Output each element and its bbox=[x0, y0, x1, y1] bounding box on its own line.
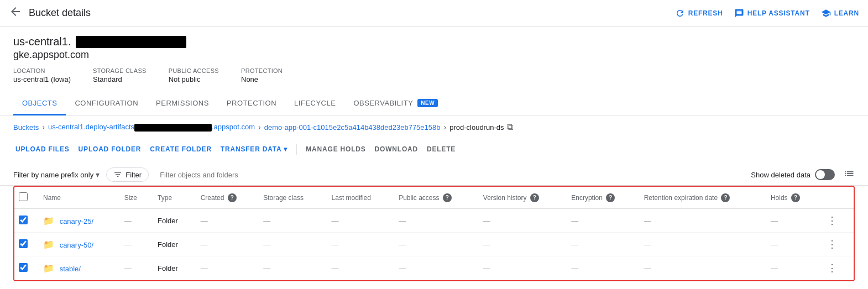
table-header-row: Name Size Type Created ? Storage class L… bbox=[14, 187, 854, 209]
row2-name-link[interactable]: canary-50/ bbox=[60, 241, 93, 249]
row1-last-modified: — bbox=[325, 209, 393, 233]
objects-table: Name Size Type Created ? Storage class L… bbox=[14, 187, 854, 280]
row3-created: — bbox=[194, 256, 257, 280]
tabs: OBJECTS CONFIGURATION PERMISSIONS PROTEC… bbox=[0, 92, 868, 115]
show-deleted-toggle[interactable] bbox=[815, 169, 835, 180]
col-holds: Holds ? bbox=[764, 187, 818, 209]
table-row: 📁 canary-25/ — Folder — — — — — — — — ⋮ bbox=[14, 209, 854, 233]
toggle-knob bbox=[816, 170, 825, 179]
download-button[interactable]: DOWNLOAD bbox=[373, 141, 420, 157]
breadcrumb-path2: prod-cloudrun-ds ⧉ bbox=[449, 122, 513, 132]
page-title: Bucket details bbox=[29, 7, 675, 19]
observability-new-badge: NEW bbox=[417, 99, 438, 107]
row1-menu-icon[interactable]: ⋮ bbox=[825, 213, 839, 228]
retention-info-icon[interactable]: ? bbox=[721, 193, 730, 202]
col-retention: Retention expiration date ? bbox=[637, 187, 764, 209]
row3-type: Folder bbox=[151, 256, 194, 280]
top-actions: REFRESH HELP ASSISTANT LEARN bbox=[675, 8, 859, 18]
version-history-info-icon[interactable]: ? bbox=[530, 193, 539, 202]
tab-configuration[interactable]: CONFIGURATION bbox=[66, 92, 147, 115]
create-folder-button[interactable]: CREATE FOLDER bbox=[148, 141, 214, 157]
refresh-button[interactable]: REFRESH bbox=[675, 8, 723, 18]
encryption-info-icon[interactable]: ? bbox=[606, 193, 615, 202]
meta-location: Location us-central1 (Iowa) bbox=[13, 67, 71, 83]
folder-icon: 📁 bbox=[43, 264, 54, 273]
row2-created: — bbox=[194, 233, 257, 256]
learn-button[interactable]: LEARN bbox=[821, 8, 859, 18]
row1-type: Folder bbox=[151, 209, 194, 233]
row3-size: — bbox=[118, 256, 151, 280]
holds-info-icon[interactable]: ? bbox=[791, 193, 800, 202]
row3-checkbox[interactable] bbox=[19, 263, 28, 272]
row2-name: 📁 canary-50/ bbox=[36, 233, 118, 256]
action-separator bbox=[296, 144, 297, 155]
table-row: 📁 stable/ — Folder — — — — — — — — ⋮ bbox=[14, 256, 854, 280]
help-assistant-button[interactable]: HELP ASSISTANT bbox=[734, 8, 810, 18]
select-all-cell[interactable] bbox=[14, 187, 36, 209]
row1-name-link[interactable]: canary-25/ bbox=[60, 217, 93, 225]
row2-version-history: — bbox=[477, 233, 564, 256]
folder-icon: 📁 bbox=[43, 216, 54, 225]
bucket-name: us-central1. bbox=[13, 35, 855, 48]
col-encryption: Encryption ? bbox=[564, 187, 637, 209]
meta-public-access: Public access Not public bbox=[169, 67, 219, 83]
row1-checkbox-cell[interactable] bbox=[14, 209, 36, 233]
col-type: Type bbox=[151, 187, 194, 209]
breadcrumb-bucket-link[interactable]: us-central1.deploy-artifacts.appspot.com bbox=[48, 123, 255, 132]
filter-input[interactable] bbox=[155, 171, 744, 179]
manage-holds-button[interactable]: MANAGE HOLDS bbox=[304, 141, 368, 157]
row3-last-modified: — bbox=[325, 256, 393, 280]
filter-dropdown[interactable]: Filter by name prefix only ▾ bbox=[13, 170, 100, 179]
column-density-icon[interactable] bbox=[844, 169, 855, 181]
col-version-history: Version history ? bbox=[477, 187, 564, 209]
public-access-info-icon[interactable]: ? bbox=[443, 193, 452, 202]
row1-retention: — bbox=[637, 209, 764, 233]
col-menu bbox=[818, 187, 854, 209]
meta-storage-class: Storage class Standard bbox=[93, 67, 147, 83]
row1-public-access: — bbox=[392, 209, 477, 233]
row3-name: 📁 stable/ bbox=[36, 256, 118, 280]
row3-encryption: — bbox=[564, 256, 637, 280]
delete-button[interactable]: DELETE bbox=[425, 141, 458, 157]
created-info-icon[interactable]: ? bbox=[228, 193, 237, 202]
row2-storage-class: — bbox=[257, 233, 325, 256]
row2-checkbox[interactable] bbox=[19, 239, 28, 248]
tab-observability[interactable]: OBSERVABILITY NEW bbox=[344, 92, 447, 115]
row2-retention: — bbox=[637, 233, 764, 256]
row2-type: Folder bbox=[151, 233, 194, 256]
row3-menu-cell[interactable]: ⋮ bbox=[818, 256, 854, 280]
row2-menu-icon[interactable]: ⋮ bbox=[825, 237, 839, 252]
row2-holds: — bbox=[764, 233, 818, 256]
breadcrumb-buckets[interactable]: Buckets bbox=[13, 123, 39, 132]
select-all-checkbox[interactable] bbox=[19, 192, 28, 201]
filter-chip[interactable]: Filter bbox=[106, 167, 149, 182]
upload-folder-button[interactable]: UPLOAD FOLDER bbox=[76, 141, 144, 157]
bucket-info: us-central1. gke.appspot.com Location us… bbox=[0, 27, 868, 88]
tab-permissions[interactable]: PERMISSIONS bbox=[147, 92, 218, 115]
upload-files-button[interactable]: UPLOAD FILES bbox=[13, 141, 72, 157]
row3-storage-class: — bbox=[257, 256, 325, 280]
row1-checkbox[interactable] bbox=[19, 216, 28, 224]
filter-icon bbox=[113, 170, 122, 179]
row3-name-link[interactable]: stable/ bbox=[60, 265, 81, 273]
filter-bar: Filter by name prefix only ▾ Filter Show… bbox=[0, 164, 868, 186]
transfer-data-button[interactable]: TRANSFER DATA ▾ bbox=[218, 141, 290, 157]
row3-checkbox-cell[interactable] bbox=[14, 256, 36, 280]
row2-menu-cell[interactable]: ⋮ bbox=[818, 233, 854, 256]
row2-checkbox-cell[interactable] bbox=[14, 233, 36, 256]
row1-storage-class: — bbox=[257, 209, 325, 233]
col-public-access: Public access ? bbox=[392, 187, 477, 209]
back-button[interactable] bbox=[9, 5, 22, 21]
breadcrumb-path1[interactable]: demo-app-001-c1015e2c5a414b438ded23eb775… bbox=[264, 123, 441, 132]
row1-menu-cell[interactable]: ⋮ bbox=[818, 209, 854, 233]
tab-protection[interactable]: PROTECTION bbox=[218, 92, 285, 115]
tab-objects[interactable]: OBJECTS bbox=[13, 92, 66, 115]
row1-holds: — bbox=[764, 209, 818, 233]
selected-rows-container: Name Size Type Created ? Storage class L… bbox=[13, 186, 855, 281]
top-bar: Bucket details REFRESH HELP ASSISTANT LE… bbox=[0, 0, 868, 27]
breadcrumb-redacted bbox=[134, 124, 212, 132]
tab-lifecycle[interactable]: LIFECYCLE bbox=[285, 92, 344, 115]
row3-menu-icon[interactable]: ⋮ bbox=[825, 260, 839, 276]
filter-dropdown-arrow-icon: ▾ bbox=[96, 170, 100, 179]
copy-icon[interactable]: ⧉ bbox=[507, 122, 513, 132]
